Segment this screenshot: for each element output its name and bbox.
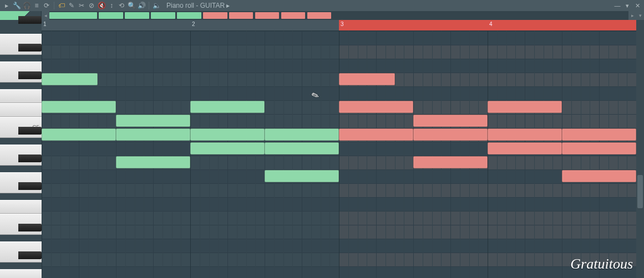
midi-note[interactable] <box>265 170 339 182</box>
midi-note[interactable] <box>339 128 413 141</box>
midi-note[interactable] <box>562 170 636 182</box>
timeline-ruler[interactable]: 12345 <box>42 20 636 31</box>
midi-note[interactable] <box>488 128 562 141</box>
overview-segment[interactable] <box>177 12 201 19</box>
grid-vline <box>181 31 181 278</box>
scroll-left-icon[interactable]: ◂ <box>42 11 49 20</box>
midi-note[interactable] <box>562 128 636 141</box>
midi-note[interactable] <box>488 101 562 113</box>
playback-icon[interactable]: 🔊 <box>137 1 146 10</box>
piano-keyboard[interactable]: C5C4 <box>0 20 42 278</box>
overview-segment[interactable] <box>49 12 97 19</box>
midi-note[interactable] <box>265 142 339 155</box>
scroll-right-icon[interactable]: ▸ <box>628 11 636 20</box>
delete-icon[interactable]: ⊘ <box>87 1 96 10</box>
snap-icon[interactable]: 🎧 <box>22 1 31 10</box>
grid-vline <box>395 31 395 278</box>
menu-icon[interactable]: ▸ <box>2 1 11 10</box>
loop-icon[interactable]: ⟳ <box>42 1 51 10</box>
grid-vline <box>488 31 488 278</box>
midi-note[interactable] <box>413 128 488 141</box>
grid-vline <box>163 31 163 278</box>
overview-segment[interactable] <box>203 12 227 19</box>
midi-note[interactable] <box>339 73 395 85</box>
piano-black-key[interactable] <box>18 155 42 162</box>
vertical-scrollbar[interactable] <box>636 20 644 278</box>
midi-note[interactable] <box>42 73 98 85</box>
overview-segment[interactable] <box>99 12 123 19</box>
grid-vline <box>190 31 191 278</box>
grid-vline <box>478 31 479 278</box>
grid-vline <box>51 31 52 278</box>
overview-segment[interactable] <box>151 12 175 19</box>
overview-segment[interactable] <box>281 12 306 19</box>
ruler-mark: 2 <box>192 21 195 27</box>
grid-vline <box>125 31 126 278</box>
grid-vline <box>450 31 451 278</box>
note-grid[interactable] <box>42 31 636 278</box>
piano-white-key[interactable] <box>0 200 42 214</box>
overview-track[interactable] <box>49 11 628 20</box>
midi-note[interactable] <box>339 101 413 113</box>
midi-note[interactable] <box>42 128 116 141</box>
grid-vline <box>153 31 154 278</box>
midi-note[interactable] <box>116 156 190 168</box>
piano-white-key[interactable] <box>0 103 42 117</box>
piano-white-key[interactable] <box>0 269 42 278</box>
grid-vline <box>469 31 470 278</box>
piano-black-key[interactable] <box>18 16 42 24</box>
mute-icon[interactable]: 🔇 <box>97 1 106 10</box>
stamp-icon[interactable]: ≡ <box>32 1 41 10</box>
midi-note[interactable] <box>190 128 265 141</box>
speaker-icon[interactable]: 🔈 <box>152 1 161 10</box>
minimize-button[interactable]: — <box>613 2 622 9</box>
midi-note[interactable] <box>190 142 265 155</box>
midi-note[interactable] <box>265 128 339 141</box>
piano-black-key[interactable] <box>18 182 42 190</box>
piano-black-key[interactable] <box>18 127 42 135</box>
overview-strip[interactable]: ◂ ▸ ▾ <box>0 11 644 20</box>
piano-white-key[interactable] <box>0 89 42 103</box>
midi-note[interactable] <box>413 115 488 127</box>
midi-note[interactable] <box>116 128 190 141</box>
grid-vline <box>562 31 562 278</box>
grid-vline <box>376 31 377 278</box>
grid-vline <box>321 31 321 278</box>
grid-vline <box>69 31 70 278</box>
piano-black-key[interactable] <box>18 251 42 259</box>
piano-black-key[interactable] <box>18 224 42 231</box>
paint-icon[interactable]: ✎ <box>67 1 76 10</box>
midi-note[interactable] <box>488 142 562 155</box>
grid-vline <box>265 31 265 278</box>
grid-vline <box>348 31 349 278</box>
maximize-button[interactable]: ▾ <box>623 2 632 9</box>
select-icon[interactable]: ⟲ <box>117 1 126 10</box>
close-button[interactable]: ✕ <box>633 2 642 9</box>
draw-icon[interactable]: 🏷 <box>57 1 66 10</box>
piano-black-key[interactable] <box>18 44 42 52</box>
grid-vline <box>144 31 144 278</box>
separator <box>149 2 149 9</box>
scroll-end-icon[interactable]: ▾ <box>636 11 644 20</box>
midi-note[interactable] <box>116 115 190 127</box>
midi-note[interactable] <box>190 101 265 113</box>
grid-vline <box>358 31 358 278</box>
grid-vline <box>79 31 79 278</box>
slice-icon[interactable]: ✂ <box>77 1 86 10</box>
slip-icon[interactable]: ↕ <box>107 1 116 10</box>
midi-note[interactable] <box>562 142 636 155</box>
grid-vline <box>506 31 507 278</box>
grid-vline <box>302 31 302 278</box>
overview-segment[interactable] <box>229 12 253 19</box>
overview-segment[interactable] <box>125 12 149 19</box>
piano-black-key[interactable] <box>18 71 42 79</box>
midi-note[interactable] <box>413 156 488 168</box>
midi-note[interactable] <box>42 101 116 113</box>
ruler-selection[interactable] <box>339 20 636 30</box>
overview-segment[interactable] <box>307 12 332 19</box>
overview-segment[interactable] <box>255 12 280 19</box>
zoom-icon[interactable]: 🔍 <box>127 1 136 10</box>
grid-vline <box>581 31 581 278</box>
scrollbar-thumb[interactable] <box>637 175 643 208</box>
tools-icon[interactable]: 🔧 <box>12 1 21 10</box>
